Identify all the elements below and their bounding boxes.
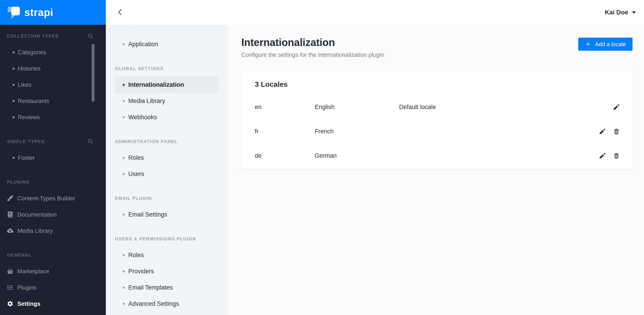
- locale-code: en: [255, 104, 315, 111]
- bullet-icon: [123, 287, 125, 289]
- settings-section-header: GLOBAL SETTINGS: [106, 60, 227, 77]
- book-icon: [7, 211, 14, 218]
- section-label: PLUGINS: [7, 180, 30, 185]
- settings-item-label: Application: [128, 41, 158, 48]
- page-header: Internationalization Configure the setti…: [227, 25, 644, 58]
- settings-item-internationalization[interactable]: Internationalization: [115, 77, 218, 93]
- settings-item-label: Advanced Settings: [128, 300, 179, 307]
- search-icon[interactable]: [87, 33, 94, 40]
- section-label: COLLECTION TYPES: [7, 34, 59, 39]
- trash-icon: [613, 152, 620, 159]
- settings-item-label: Webhooks: [128, 114, 157, 121]
- settings-section-items: InternationalizationMedia LibraryWebhook…: [106, 77, 227, 125]
- sidebar-item-label: Restaurants: [18, 98, 49, 105]
- sidebar-item-settings[interactable]: Settings: [0, 296, 106, 312]
- sidebar-item-label: Settings: [17, 300, 40, 307]
- settings-item-application[interactable]: Application: [115, 36, 218, 52]
- settings-section-items: RolesUsers: [106, 150, 227, 182]
- bullet-icon: [12, 116, 15, 118]
- sidebar-item-documentation[interactable]: Documentation: [0, 206, 106, 223]
- edit-locale-button[interactable]: [612, 103, 620, 111]
- locale-row: enEnglishDefault locale: [241, 95, 633, 119]
- shopping-basket-icon: [7, 268, 14, 275]
- delete-locale-button[interactable]: [612, 128, 620, 136]
- sidebar-scrollbar-thumb[interactable]: [92, 44, 94, 102]
- main-sidebar-nav: COLLECTION TYPESCategoriesHistoriesLikes…: [0, 25, 106, 312]
- strapi-logo[interactable]: strapi: [0, 0, 106, 25]
- sidebar-item-likes[interactable]: Likes: [0, 77, 106, 93]
- sidebar-item-categories[interactable]: Categories: [0, 44, 106, 60]
- delete-locale-button[interactable]: [612, 152, 620, 160]
- settings-item-label: Users: [128, 171, 144, 178]
- strapi-admin-app: strapi COLLECTION TYPESCategoriesHistori…: [0, 0, 644, 315]
- edit-locale-button[interactable]: [598, 128, 606, 136]
- plus-icon: [585, 41, 591, 47]
- sidebar-item-content-types-builder[interactable]: Content-Types Builder: [0, 190, 106, 206]
- locale-code: fr: [255, 128, 315, 135]
- bullet-icon: [123, 254, 125, 256]
- locale-row-actions: [612, 103, 620, 111]
- settings-section-header: USERS & PERMISSIONS PLUGIN: [106, 231, 227, 247]
- user-menu[interactable]: Kai Doe: [605, 9, 644, 16]
- sidebar-section-header: SINGLE TYPES: [0, 133, 106, 150]
- settings-item-media-library[interactable]: Media Library: [115, 93, 218, 109]
- back-button[interactable]: [106, 0, 134, 25]
- sidebar-item-label: Documentation: [17, 211, 57, 218]
- sidebar-item-label: Footer: [18, 154, 35, 161]
- settings-item-label: Media Library: [128, 98, 165, 105]
- pencil-icon: [599, 128, 606, 135]
- settings-section-items: Email Settings: [106, 206, 227, 223]
- settings-item-users[interactable]: Users: [115, 166, 218, 182]
- settings-item-label: Providers: [128, 268, 154, 275]
- sidebar-section-items: MarketplacePluginsSettings: [0, 263, 106, 312]
- sidebar-item-footer[interactable]: Footer: [0, 150, 106, 166]
- settings-item-providers[interactable]: Providers: [115, 263, 218, 279]
- bullet-icon: [123, 157, 125, 159]
- sidebar-item-histories[interactable]: Histories: [0, 60, 106, 77]
- sidebar-item-marketplace[interactable]: Marketplace: [0, 263, 106, 279]
- settings-sidebar-nav: ApplicationGLOBAL SETTINGSInternationali…: [106, 25, 227, 312]
- settings-item-advanced-settings[interactable]: Advanced Settings: [115, 296, 218, 312]
- list-icon: [7, 284, 14, 291]
- settings-item-email-settings[interactable]: Email Settings: [115, 206, 218, 223]
- settings-item-label: Roles: [128, 252, 144, 259]
- locale-default-note: Default locale: [399, 104, 612, 111]
- bullet-icon: [123, 84, 125, 86]
- settings-item-roles[interactable]: Roles: [115, 150, 218, 166]
- trash-icon: [613, 128, 620, 135]
- section-label: GENERAL: [7, 253, 32, 258]
- settings-item-label: Roles: [128, 154, 144, 161]
- bullet-icon: [123, 100, 125, 102]
- settings-sidebar: ApplicationGLOBAL SETTINGSInternationali…: [106, 25, 227, 315]
- cloud-upload-icon: [7, 227, 14, 234]
- bullet-icon: [123, 43, 125, 45]
- bullet-icon: [12, 157, 15, 159]
- bullet-icon: [12, 51, 15, 53]
- settings-item-roles[interactable]: Roles: [115, 247, 218, 263]
- pencil-icon: [613, 104, 620, 111]
- bullet-icon: [123, 303, 125, 305]
- sidebar-item-restaurants[interactable]: Restaurants: [0, 93, 106, 109]
- sidebar-item-label: Media Library: [17, 227, 53, 234]
- strapi-logo-text: strapi: [24, 6, 53, 19]
- search-icon[interactable]: [87, 138, 94, 145]
- locale-row: deGerman: [241, 144, 633, 168]
- sidebar-section-items: Footer: [0, 150, 106, 166]
- sidebar-item-reviews[interactable]: Reviews: [0, 109, 106, 125]
- locales-card: 3 Locales enEnglishDefault localefrFrenc…: [241, 71, 633, 169]
- sidebar-item-media-library[interactable]: Media Library: [0, 223, 106, 239]
- add-locale-button-label: Add a locale: [595, 41, 626, 48]
- locale-name: English: [315, 104, 399, 111]
- bullet-icon: [123, 173, 125, 175]
- settings-item-email-templates[interactable]: Email Templates: [115, 279, 218, 296]
- edit-locale-button[interactable]: [598, 152, 606, 160]
- locales-count-heading: 3 Locales: [241, 71, 633, 95]
- sidebar-item-plugins[interactable]: Plugins: [0, 279, 106, 296]
- sidebar-item-label: Histories: [18, 65, 40, 72]
- strapi-logo-icon: [7, 5, 21, 20]
- settings-item-label: Internationalization: [128, 81, 184, 88]
- settings-item-label: Email Templates: [128, 284, 173, 291]
- add-locale-button[interactable]: Add a locale: [578, 38, 632, 51]
- locales-table: enEnglishDefault localefrFrenchdeGerman: [241, 95, 633, 169]
- settings-item-webhooks[interactable]: Webhooks: [115, 109, 218, 125]
